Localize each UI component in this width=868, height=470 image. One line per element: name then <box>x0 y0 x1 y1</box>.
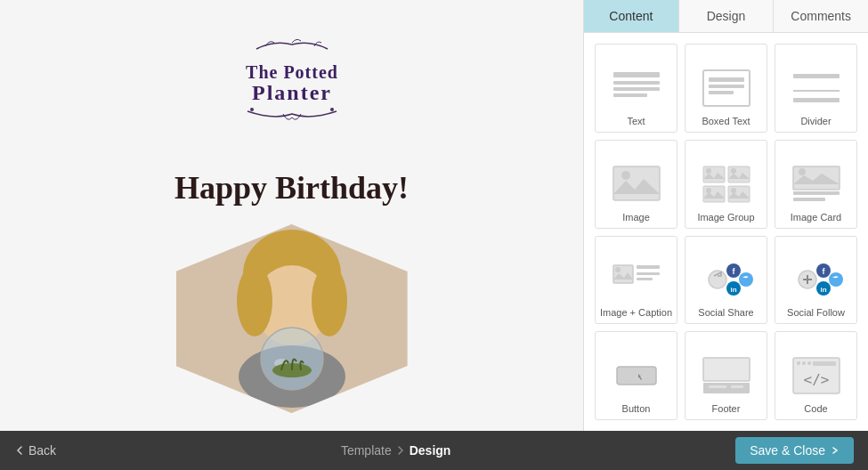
svg-point-33 <box>731 188 736 193</box>
tab-bar: Content Design Comments <box>584 0 868 33</box>
svg-rect-19 <box>709 85 744 88</box>
logo-area: The Potted Planter <box>69 18 515 169</box>
svg-point-54 <box>829 272 843 287</box>
boxed-text-label: Boxed Text <box>702 116 750 126</box>
svg-rect-18 <box>709 77 744 82</box>
svg-rect-30 <box>703 186 725 202</box>
svg-point-46 <box>739 272 753 287</box>
content-item-text[interactable]: Text <box>595 44 677 133</box>
svg-text:The Potted: The Potted <box>246 62 338 82</box>
back-arrow-icon <box>14 445 25 456</box>
svg-rect-57 <box>617 367 656 385</box>
svg-text:</>: </> <box>803 371 829 388</box>
svg-rect-37 <box>793 198 825 201</box>
breadcrumb: Template Design <box>341 443 451 458</box>
svg-rect-36 <box>793 191 840 195</box>
back-button[interactable]: Back <box>14 443 56 458</box>
person-image <box>176 224 408 413</box>
content-item-divider[interactable]: Divider <box>775 44 857 133</box>
svg-point-64 <box>802 361 806 365</box>
content-item-social-share[interactable]: f in Social Share <box>685 236 767 325</box>
social-share-icon: f in <box>700 257 753 302</box>
svg-point-35 <box>799 168 806 175</box>
svg-rect-21 <box>793 74 840 78</box>
breadcrumb-template: Template <box>341 443 392 458</box>
back-label: Back <box>28 443 56 458</box>
content-item-code[interactable]: </> Code <box>775 331 857 420</box>
svg-rect-20 <box>709 91 734 94</box>
svg-rect-60 <box>709 385 726 388</box>
svg-point-31 <box>706 188 711 193</box>
image-card-icon <box>790 162 843 207</box>
svg-rect-23 <box>793 98 840 102</box>
image-group-icon <box>700 162 753 207</box>
content-item-button[interactable]: Button <box>595 331 677 420</box>
svg-point-3 <box>330 108 334 111</box>
svg-rect-42 <box>637 278 653 280</box>
content-item-image-group[interactable]: Image Group <box>685 140 767 229</box>
svg-point-2 <box>250 108 254 111</box>
social-follow-label: Social Follow <box>787 307 845 318</box>
svg-point-7 <box>237 265 272 336</box>
svg-rect-26 <box>703 166 725 182</box>
content-item-image-card[interactable]: Image Card <box>775 140 857 229</box>
save-close-label: Save & Close <box>750 443 825 458</box>
content-item-social-follow[interactable]: f in Social Follow <box>775 236 857 325</box>
svg-rect-66 <box>813 361 836 366</box>
image-label: Image <box>622 212 650 223</box>
tab-design[interactable]: Design <box>679 0 775 32</box>
svg-rect-61 <box>731 385 743 388</box>
footer-label: Footer <box>712 403 741 414</box>
image-caption-label: Image + Caption <box>600 307 672 318</box>
code-icon: </> <box>790 353 843 398</box>
code-label: Code <box>804 403 827 414</box>
tab-content[interactable]: Content <box>584 0 679 32</box>
breadcrumb-chevron-icon <box>397 445 404 456</box>
content-item-boxed-text[interactable]: Boxed Text <box>685 44 767 133</box>
bottom-bar: Back Template Design Save & Close <box>0 431 868 470</box>
chevron-right-icon <box>831 446 840 455</box>
svg-rect-32 <box>728 186 750 202</box>
svg-text:in: in <box>820 286 826 294</box>
svg-point-25 <box>621 171 630 180</box>
birthday-heading: Happy Birthday! <box>174 169 409 207</box>
content-item-image-caption[interactable]: Image + Caption <box>595 236 677 325</box>
text-label: Text <box>627 116 645 126</box>
save-close-button[interactable]: Save & Close <box>735 437 854 464</box>
svg-point-10 <box>261 328 323 390</box>
svg-rect-24 <box>613 166 660 200</box>
svg-point-65 <box>807 361 811 365</box>
content-grid: Text Boxed Text <box>584 33 868 431</box>
content-item-footer[interactable]: Footer <box>685 331 767 420</box>
divider-label: Divider <box>800 116 831 126</box>
brand-logo: The Potted Planter <box>203 36 381 142</box>
svg-rect-28 <box>728 166 750 182</box>
image-icon <box>610 162 663 207</box>
social-follow-icon: f in <box>790 257 843 302</box>
svg-rect-41 <box>637 272 660 275</box>
boxed-text-icon <box>700 66 753 110</box>
svg-text:in: in <box>730 286 736 294</box>
svg-point-29 <box>731 168 736 174</box>
image-caption-icon <box>610 257 663 302</box>
button-label: Button <box>622 403 651 414</box>
image-card-label: Image Card <box>791 212 841 223</box>
image-group-label: Image Group <box>697 212 754 223</box>
svg-rect-40 <box>637 265 660 269</box>
social-share-label: Social Share <box>698 307 753 318</box>
button-icon <box>610 353 663 398</box>
sidebar: Content Design Comments Text <box>583 0 868 431</box>
svg-point-8 <box>312 265 347 336</box>
breadcrumb-current: Design <box>410 443 451 458</box>
footer-icon <box>700 353 753 398</box>
content-item-image[interactable]: Image <box>595 140 677 229</box>
svg-point-27 <box>706 168 711 174</box>
svg-point-43 <box>709 271 726 288</box>
svg-rect-58 <box>703 358 750 381</box>
svg-rect-13 <box>613 72 660 77</box>
tab-comments[interactable]: Comments <box>774 0 868 32</box>
divider-icon <box>790 66 843 110</box>
svg-rect-16 <box>613 93 647 97</box>
svg-point-63 <box>797 361 800 365</box>
svg-rect-14 <box>613 81 660 85</box>
